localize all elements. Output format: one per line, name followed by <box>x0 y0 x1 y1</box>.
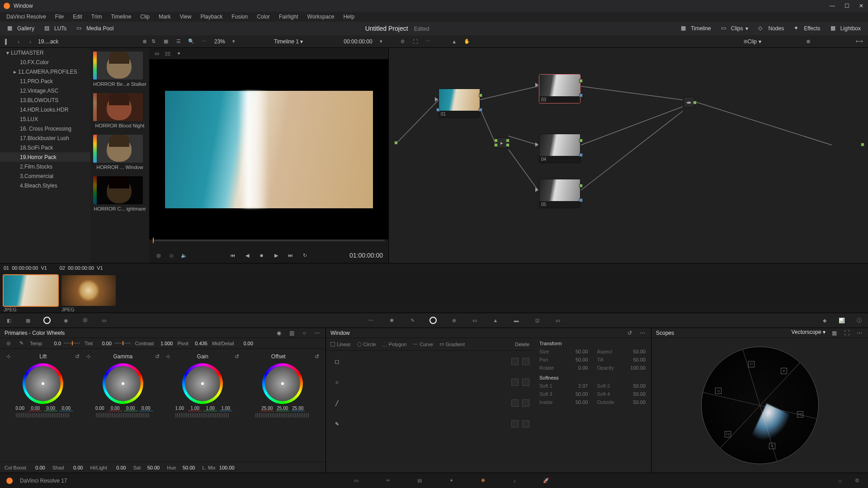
menu-davinci-resolve[interactable]: DaVinci Resolve <box>3 14 50 20</box>
sidebar-toggle-icon[interactable]: ▌ <box>3 38 11 46</box>
lift-y[interactable]: 0.00 <box>13 406 27 411</box>
expand-icon[interactable]: ⛶ <box>843 329 851 337</box>
node-output-port[interactable] <box>579 79 583 83</box>
shape-toggle[interactable] <box>511 358 519 365</box>
tint-value[interactable]: 0.00 <box>95 341 112 346</box>
linear-shape-button[interactable]: Linear <box>330 342 351 347</box>
delete-shape-button[interactable]: Delete <box>515 342 529 347</box>
magic-mask-icon[interactable]: ▭ <box>470 316 479 325</box>
lut-tree-item[interactable]: 11.PRO.Pack <box>0 76 90 86</box>
reset-icon[interactable]: ↺ <box>233 352 241 361</box>
media-pool-toggle[interactable]: ▭Media Pool <box>73 23 117 34</box>
middetail-value[interactable]: 0.00 <box>237 341 253 346</box>
hand-tool-icon[interactable]: ✋ <box>463 38 471 46</box>
lummix-value[interactable]: 100.00 <box>218 465 235 470</box>
lut-tree-item[interactable]: 12.Vintage.ASC <box>0 86 90 95</box>
sizing-icon[interactable]: ⊡ <box>533 316 542 325</box>
motion-effects-icon[interactable]: ▭ <box>99 316 108 325</box>
cut-page-icon[interactable]: ✂ <box>383 476 392 485</box>
aspect-value[interactable]: 50.00 <box>633 349 646 354</box>
hue-value[interactable]: 50.00 <box>179 465 195 470</box>
first-frame-button[interactable]: ⏮ <box>229 251 237 259</box>
shape-row-curve[interactable]: ╱ <box>330 397 529 409</box>
soft1-value[interactable]: 2.07 <box>578 383 588 389</box>
lift-master-wheel[interactable] <box>16 413 70 418</box>
timeline-toggle[interactable]: ▦Timeline <box>677 23 715 34</box>
viewer-scrubber[interactable] <box>149 239 388 248</box>
rgb-mixer-icon[interactable]: ⦿ <box>80 316 90 325</box>
clips-toggle[interactable]: ▭Clips▾ <box>717 23 752 34</box>
options-icon[interactable]: ⋯ <box>638 329 646 337</box>
lut-thumb[interactable]: HORROR Blood Night <box>93 93 146 128</box>
node-key-output-port[interactable] <box>579 153 583 157</box>
shape-toggle[interactable] <box>522 358 529 365</box>
close-button[interactable]: ✕ <box>858 3 864 9</box>
search-icon[interactable]: 🔍 <box>187 38 195 46</box>
expand-icon[interactable]: ⛶ <box>411 38 420 46</box>
reset-icon[interactable]: ↺ <box>153 352 161 361</box>
lut-tree-item[interactable]: 18.SciFi Pack <box>0 143 90 152</box>
expand-nodes-icon[interactable]: ⟷ <box>855 38 863 46</box>
menu-edit[interactable]: Edit <box>69 14 86 20</box>
home-icon[interactable]: ⌂ <box>835 476 844 485</box>
clip-thumb[interactable]: JPEG <box>61 275 116 312</box>
deliver-page-icon[interactable]: 🚀 <box>542 476 551 485</box>
shape-toggle[interactable] <box>511 420 519 427</box>
mixer-output-port[interactable] <box>506 139 509 142</box>
lut-breadcrumb[interactable]: 19....ack <box>38 38 58 45</box>
mixer-output-port[interactable] <box>693 101 697 104</box>
corrector-node[interactable]: 05 <box>539 179 580 208</box>
pivot-value[interactable]: 0.435 <box>191 341 208 346</box>
layer-mixer-node[interactable]: ◂▸ <box>684 97 694 108</box>
log-tab-icon[interactable]: ○ <box>300 329 308 337</box>
bars-tab-icon[interactable]: ▥ <box>288 329 296 337</box>
play-reverse-button[interactable]: ◀ <box>243 251 251 259</box>
shadow-value[interactable]: 0.00 <box>66 465 83 470</box>
hdr-wheels-icon[interactable]: ◉ <box>61 316 71 325</box>
opacity-value[interactable]: 100.00 <box>630 365 646 371</box>
node-output-port[interactable] <box>579 139 583 142</box>
fairlight-page-icon[interactable]: ♪ <box>510 476 519 485</box>
reset-icon[interactable]: ↺ <box>626 329 634 337</box>
nodes-toggle[interactable]: ◇Nodes <box>755 23 788 34</box>
shape-toggle[interactable] <box>522 399 529 407</box>
menu-playback[interactable]: Playback <box>197 14 226 20</box>
lift-g[interactable]: 0.00 <box>44 406 57 411</box>
tint-slider[interactable] <box>114 343 131 344</box>
qualifier-icon[interactable]: ✎ <box>408 316 417 325</box>
awb-icon[interactable]: ✎ <box>17 339 25 347</box>
back-icon[interactable]: ‹ <box>14 38 23 46</box>
gamma-r[interactable]: 0.00 <box>108 406 122 411</box>
graph-output-port[interactable] <box>861 143 864 146</box>
key-icon[interactable]: ▬ <box>512 316 521 325</box>
wheels-tab-icon[interactable]: ◉ <box>275 329 283 337</box>
list-view-icon[interactable]: ☰ <box>175 38 183 46</box>
circle-shape-button[interactable]: Circle <box>357 342 376 347</box>
options-icon[interactable]: ⋯ <box>313 329 321 337</box>
sat-value[interactable]: 50.00 <box>143 465 160 470</box>
menu-clip[interactable]: Clip <box>137 14 153 20</box>
stop-button[interactable]: ■ <box>258 251 266 259</box>
menu-color[interactable]: Color <box>253 14 274 20</box>
corrector-node[interactable]: 01 <box>439 89 480 118</box>
shape-toggle[interactable] <box>522 420 529 427</box>
menu-workspace[interactable]: Workspace <box>304 14 338 20</box>
info-icon[interactable]: ⓘ <box>854 316 863 325</box>
menu-fusion[interactable]: Fusion <box>228 14 251 20</box>
gain-b[interactable]: 1.00 <box>219 406 232 411</box>
luts-toggle[interactable]: ▤LUTs <box>41 23 70 34</box>
curve-shape-button[interactable]: 〰Curve <box>413 342 433 347</box>
node-output-port[interactable] <box>479 94 482 97</box>
lut-tree-item[interactable]: 14.HDR.Looks.HDR <box>0 105 90 114</box>
gradient-shape-button[interactable]: ▭Gradient <box>439 341 465 347</box>
pan-value[interactable]: 50.00 <box>576 357 588 362</box>
clip-mode-dropdown[interactable]: Clip ▾ <box>747 38 761 45</box>
tracking-icon[interactable]: ⊕ <box>449 316 458 325</box>
split-screen-icon[interactable]: ▯▯ <box>164 50 172 58</box>
offset-g[interactable]: 25.00 <box>276 406 289 411</box>
more-icon[interactable]: ⋯ <box>424 38 432 46</box>
last-frame-button[interactable]: ⏭ <box>287 251 295 259</box>
lut-tree-item[interactable]: 3.Commercial <box>0 171 90 181</box>
shape-toggle[interactable] <box>511 379 519 386</box>
lut-tree-item-selected[interactable]: 19.Horror Pack <box>0 152 90 162</box>
